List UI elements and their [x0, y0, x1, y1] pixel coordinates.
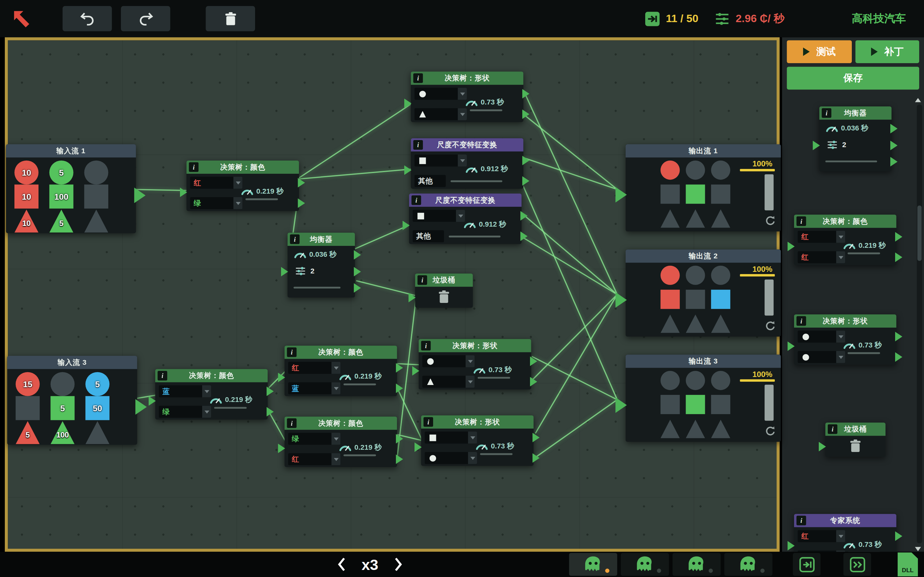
shape-dropdown[interactable] — [798, 330, 845, 343]
info-button[interactable]: i — [413, 140, 423, 150]
test-button[interactable]: 测试 — [787, 40, 852, 63]
info-button[interactable]: i — [828, 424, 837, 434]
node-output[interactable]: 输出流 1100% — [626, 144, 781, 231]
dll-file-icon[interactable]: DLL — [898, 552, 918, 576]
label-dropdown[interactable]: 蓝 — [288, 382, 341, 395]
shape-dropdown[interactable] — [422, 355, 475, 367]
shape-count: 50 — [86, 396, 110, 420]
refresh-icon[interactable] — [764, 426, 776, 437]
node-header: i决策树：颜色 — [186, 161, 299, 174]
shape-dropdown[interactable] — [422, 376, 475, 388]
label-dropdown[interactable]: 绿 — [190, 197, 242, 210]
back-arrow-logo[interactable] — [11, 8, 33, 29]
info-button[interactable]: i — [413, 73, 423, 83]
patch-button[interactable]: 补丁 — [855, 40, 919, 63]
info-button[interactable]: i — [189, 162, 199, 172]
info-button[interactable]: i — [290, 234, 300, 244]
progress-column — [764, 279, 774, 316]
robot-slot-3[interactable] — [672, 553, 720, 576]
dropdown-caret — [465, 376, 475, 388]
shape-dropdown[interactable] — [425, 432, 477, 444]
robot-slot-4[interactable] — [724, 553, 772, 576]
node-output[interactable]: 输出流 3100% — [626, 355, 781, 442]
dropdown-label: 红 — [801, 530, 809, 542]
node-sift[interactable]: i尺度不变特征变换0.912 秒其他 — [411, 138, 523, 189]
caret-down-icon — [460, 93, 465, 98]
node-eq[interactable]: i均衡器0.036 秒2 — [819, 106, 892, 171]
redo-button[interactable] — [121, 6, 170, 31]
shape-dropdown[interactable] — [415, 88, 467, 100]
label-dropdown[interactable]: 红 — [288, 362, 341, 374]
node-input[interactable]: 输入流 110510100105 — [6, 144, 136, 234]
label-dropdown[interactable]: 红 — [190, 177, 242, 189]
speed-down-button[interactable] — [337, 556, 346, 572]
node-dtree[interactable]: i决策树：形状0.73 秒 — [411, 71, 523, 122]
io-schema-button[interactable] — [793, 553, 821, 576]
label-dropdown[interactable]: 绿 — [288, 433, 341, 445]
time-value: 0.73 秒 — [859, 540, 882, 550]
label-dropdown[interactable]: 红 — [798, 530, 845, 542]
info-button[interactable]: i — [287, 348, 296, 357]
info-button[interactable]: i — [417, 276, 427, 285]
panel-scrollbar[interactable] — [917, 105, 922, 543]
node-dtree[interactable]: i决策树：形状0.73 秒 — [419, 339, 531, 390]
node-trash[interactable]: i垃圾桶 — [825, 422, 886, 457]
node-input[interactable]: 输入流 31555505100 — [7, 356, 137, 445]
square-glyph-icon — [419, 157, 426, 164]
info-button[interactable]: i — [421, 341, 431, 350]
node-dtree[interactable]: i决策树：形状0.73 秒 — [794, 314, 897, 365]
dropdown-label: 绿 — [194, 197, 201, 210]
info-button[interactable]: i — [822, 108, 831, 118]
delete-button[interactable] — [206, 6, 255, 31]
refresh-icon[interactable] — [764, 215, 776, 227]
label-dropdown[interactable]: 红 — [798, 251, 845, 263]
node-dtree[interactable]: i决策树：颜色红绿0.219 秒 — [186, 161, 299, 211]
node-sift[interactable]: i尺度不变特征变换0.912 秒其他 — [409, 193, 522, 244]
node-dtree[interactable]: i决策树：颜色蓝绿0.219 秒 — [155, 369, 268, 420]
node-dtree[interactable]: i决策树：颜色红红0.219 秒 — [794, 214, 897, 265]
robot-slot-2[interactable] — [621, 553, 669, 576]
node-output[interactable]: 输出流 2100% — [626, 250, 781, 337]
fast-forward-button[interactable] — [843, 553, 871, 576]
label-dropdown[interactable]: 绿 — [159, 406, 211, 418]
undo-button[interactable] — [63, 6, 112, 31]
info-button[interactable]: i — [796, 516, 806, 525]
node-dtree[interactable]: i决策树：颜色红蓝0.219 秒 — [284, 346, 397, 396]
speed-up-button[interactable] — [394, 556, 403, 572]
other-label[interactable]: 其他 — [415, 175, 446, 187]
refresh-icon[interactable] — [764, 320, 776, 332]
save-button[interactable]: 保存 — [787, 67, 919, 89]
label-dropdown[interactable]: 红 — [288, 453, 341, 466]
shape-dropdown[interactable] — [413, 210, 465, 222]
info-button[interactable]: i — [287, 418, 296, 428]
square-slot — [711, 395, 730, 414]
robot-slot-1[interactable] — [569, 553, 617, 576]
play-icon — [871, 47, 882, 56]
info-button[interactable]: i — [796, 216, 806, 226]
node-eq[interactable]: i均衡器0.036 秒2 — [288, 233, 355, 298]
shape-dropdown[interactable] — [798, 351, 845, 363]
node-dtree[interactable]: i决策树：形状0.73 秒 — [421, 416, 534, 466]
node-title: 输出流 2 — [626, 251, 781, 261]
double-arrow-icon — [849, 556, 866, 572]
circle-slot: 5 — [49, 161, 73, 185]
square-slot — [711, 185, 730, 204]
node-header: i决策树：形状 — [419, 339, 531, 352]
shape-dropdown[interactable] — [415, 108, 467, 121]
node-title: 决策树：颜色 — [284, 347, 397, 358]
info-button[interactable]: i — [412, 195, 421, 205]
node-trash[interactable]: i垃圾桶 — [415, 274, 473, 308]
info-button[interactable]: i — [423, 417, 433, 427]
info-button[interactable]: i — [158, 371, 167, 380]
node-header: 输入流 3 — [7, 356, 137, 369]
label-dropdown[interactable]: 红 — [798, 231, 845, 243]
info-button[interactable]: i — [796, 316, 806, 326]
node-dtree[interactable]: i决策树：颜色绿红0.219 秒 — [284, 416, 397, 467]
label-dropdown[interactable]: 蓝 — [159, 385, 211, 398]
scrollbar-handle[interactable] — [917, 205, 921, 261]
other-label[interactable]: 其他 — [413, 230, 444, 242]
shape-dropdown[interactable] — [415, 155, 467, 167]
shape-dropdown[interactable] — [425, 452, 477, 464]
scroll-up-arrow[interactable] — [915, 95, 921, 102]
time-value: 0.219 秒 — [225, 395, 252, 405]
